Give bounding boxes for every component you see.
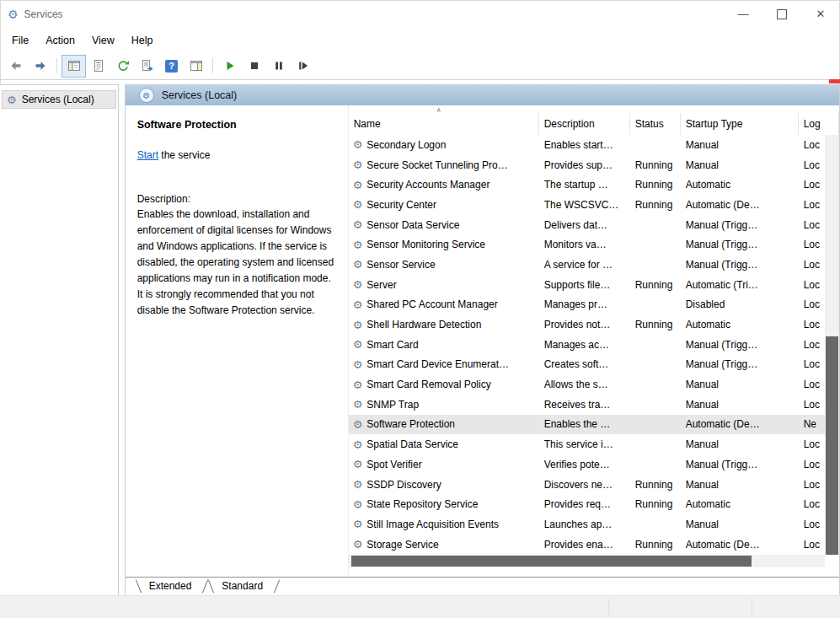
cell-startup-type: Manual (Trigg… <box>681 339 799 351</box>
cell-description: Delivers dat… <box>539 219 630 231</box>
menu-action[interactable]: Action <box>37 30 83 51</box>
cell-description: Monitors va… <box>539 239 630 250</box>
start-service-icon <box>223 59 237 73</box>
cell-log-on-as: Loc <box>799 259 825 271</box>
table-row[interactable]: ⚙ Shell Hardware Detection Provides not…… <box>349 314 825 335</box>
service-gear-icon: ⚙ <box>353 359 363 370</box>
tree-item-services-local[interactable]: ⚙ Services (Local) <box>2 90 116 109</box>
service-gear-icon: ⚙ <box>353 199 363 210</box>
pause-service-button[interactable] <box>266 55 291 78</box>
service-name-text: State Repository Service <box>366 498 478 510</box>
cell-description: Provides req… <box>539 498 630 510</box>
column-header-description[interactable]: Description <box>539 113 630 135</box>
export-list-button[interactable] <box>135 55 159 78</box>
stop-service-button[interactable] <box>242 55 266 78</box>
refresh-button[interactable] <box>110 55 135 78</box>
cell-name: ⚙ Software Protection <box>349 418 539 430</box>
header-gear-icon: ⚙ <box>139 88 154 103</box>
cell-description: Supports file… <box>539 279 630 291</box>
cell-description: Manages ac… <box>539 339 630 351</box>
cell-startup-type: Manual (Trigg… <box>681 219 799 231</box>
cell-log-on-as: Ne <box>799 418 825 430</box>
cell-name: ⚙ Sensor Service <box>349 259 539 271</box>
menu-file[interactable]: File <box>3 30 37 51</box>
show-console-tree-button[interactable] <box>62 55 86 78</box>
start-service-link[interactable]: Start <box>137 149 158 161</box>
start-service-button[interactable] <box>217 55 242 78</box>
forward-button[interactable] <box>28 55 52 78</box>
cell-name: ⚙ SSDP Discovery <box>349 479 539 491</box>
cell-log-on-as: Loc <box>799 298 825 310</box>
table-row[interactable]: ⚙ Shared PC Account Manager Manages pr… … <box>349 295 825 315</box>
console-tree-panel: ⚙ Services (Local) <box>0 84 119 596</box>
minimize-button[interactable]: — <box>724 0 762 28</box>
status-bar-divider <box>752 599 752 615</box>
help-button[interactable]: ? <box>159 55 184 78</box>
cell-name: ⚙ Server <box>349 279 539 291</box>
maximize-button[interactable] <box>762 0 801 28</box>
panel-splitter[interactable] <box>119 84 125 596</box>
table-row[interactable]: ⚙ Smart Card Device Enumerat… Creates so… <box>349 355 825 375</box>
cell-log-on-as: Loc <box>799 379 825 390</box>
cell-name: ⚙ SNMP Trap <box>349 399 539 411</box>
table-row[interactable]: ⚙ Still Image Acquisition Events Launche… <box>349 514 825 535</box>
table-row[interactable]: ⚙ Storage Service Provides ena… Running … <box>349 535 825 555</box>
service-gear-icon: ⚙ <box>353 419 363 430</box>
close-button[interactable]: ✕ <box>801 0 840 28</box>
cell-startup-type: Automatic (De… <box>681 418 799 430</box>
table-row[interactable]: ⚙ Smart Card Manages ac… Manual (Trigg… … <box>349 335 825 355</box>
table-row[interactable]: ⚙ Secure Socket Tunneling Pro… Provides … <box>349 155 825 175</box>
back-button[interactable] <box>3 55 28 78</box>
cell-startup-type: Automatic (De… <box>681 539 799 551</box>
table-row[interactable]: ⚙ Sensor Data Service Delivers dat… Manu… <box>349 215 825 235</box>
cell-description: Provides not… <box>539 319 630 330</box>
cell-log-on-as: Loc <box>799 438 825 450</box>
table-row[interactable]: ⚙ Security Accounts Manager The startup … <box>349 175 825 195</box>
column-header-status[interactable]: Status <box>630 113 681 135</box>
properties-button[interactable] <box>86 55 110 78</box>
tab-standard[interactable]: Standard <box>208 578 280 595</box>
menu-view[interactable]: View <box>83 30 123 51</box>
cell-log-on-as: Loc <box>799 139 825 151</box>
table-row[interactable]: ⚙ Secondary Logon Enables start… Manual … <box>349 135 825 155</box>
table-row[interactable]: ⚙ Sensor Service A service for … Manual … <box>349 255 825 275</box>
services-gear-icon: ⚙ <box>7 94 17 105</box>
table-row[interactable]: ⚙ Sensor Monitoring Service Monitors va…… <box>349 234 825 255</box>
table-row[interactable]: ⚙ Spot Verifier Verifies pote… Manual (T… <box>349 454 825 475</box>
cell-startup-type: Automatic <box>681 319 799 330</box>
service-name-text: Sensor Service <box>366 259 435 271</box>
horizontal-scrollbar[interactable] <box>349 555 825 567</box>
table-row[interactable]: ⚙ Security Center The WSCSVC… Running Au… <box>349 195 825 215</box>
table-row[interactable]: ⚙ Smart Card Removal Policy Allows the s… <box>349 374 825 395</box>
vertical-scrollbar[interactable] <box>825 135 839 555</box>
table-row[interactable]: ⚙ SSDP Discovery Discovers ne… Running M… <box>349 475 825 495</box>
tab-extended[interactable]: Extended <box>136 578 209 595</box>
cell-startup-type: Manual <box>681 479 799 491</box>
restart-service-icon <box>297 59 310 73</box>
cell-description: Provides ena… <box>539 539 630 551</box>
show-action-pane-button[interactable] <box>184 55 208 78</box>
table-row[interactable]: ⚙ Spatial Data Service This service i… M… <box>349 434 825 454</box>
vertical-scrollbar-thumb[interactable] <box>826 336 838 555</box>
cell-name: ⚙ Spot Verifier <box>349 459 539 470</box>
restart-service-button[interactable] <box>291 55 315 78</box>
table-row[interactable]: ⚙ Software Protection Enables the … Auto… <box>349 415 825 435</box>
cell-status: Running <box>630 279 681 291</box>
column-header-name[interactable]: Name <box>349 113 539 135</box>
minimize-icon: — <box>738 8 749 20</box>
table-row[interactable]: ⚙ SNMP Trap Receives tra… Manual Loc <box>349 395 825 415</box>
column-header-startup-type[interactable]: Startup Type <box>681 113 799 135</box>
content-panel: ⚙ Services (Local) Software Protection S… <box>125 84 840 596</box>
table-row[interactable]: ⚙ State Repository Service Provides req…… <box>349 494 825 514</box>
service-name-text: Spot Verifier <box>366 459 421 470</box>
table-row[interactable]: ⚙ Server Supports file… Running Automati… <box>349 275 825 295</box>
menu-help[interactable]: Help <box>123 30 162 51</box>
service-gear-icon: ⚙ <box>353 239 363 250</box>
status-bar-divider <box>608 599 609 615</box>
tree-item-label: Services (Local) <box>22 94 94 105</box>
cell-startup-type: Manual (Trigg… <box>681 239 799 250</box>
service-gear-icon: ⚙ <box>353 479 363 490</box>
service-name-text: Sensor Data Service <box>366 219 459 231</box>
column-header-log-on-as[interactable]: Log <box>799 113 839 135</box>
horizontal-scrollbar-thumb[interactable] <box>351 556 752 567</box>
